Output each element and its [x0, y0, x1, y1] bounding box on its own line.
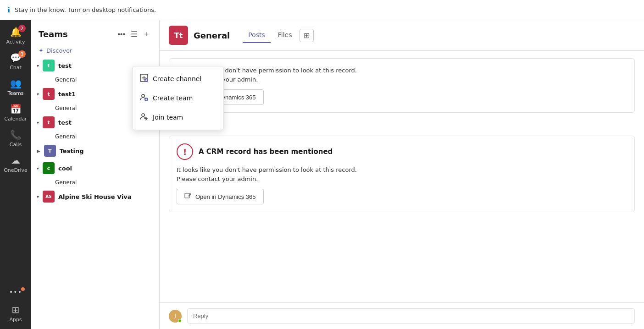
- crm-card-2-header: ! A CRM record has been mentioned: [177, 143, 627, 160]
- notification-bar: ℹ Stay in the know. Turn on desktop noti…: [0, 0, 644, 20]
- nav-item-teams[interactable]: 👥 Teams: [4, 75, 28, 99]
- crm-card-2: ! A CRM record has been mentioned It loo…: [169, 136, 635, 212]
- teams-label: Teams: [8, 90, 24, 96]
- reply-avatar: J: [169, 310, 182, 323]
- activity-badge: 2: [18, 25, 26, 32]
- tab-posts[interactable]: Posts: [243, 27, 271, 43]
- sidebar-title: Teams: [39, 29, 68, 39]
- join-team-icon: [140, 112, 148, 122]
- teams-icon: 👥: [10, 78, 22, 89]
- create-channel-label: Create channel: [153, 75, 201, 82]
- crm-card-2-text: It looks like you don't have permission …: [177, 165, 627, 183]
- nav-item-calendar[interactable]: 📅 Calendar: [4, 101, 28, 125]
- calls-label: Calls: [10, 142, 22, 148]
- channel-tabs: Posts Files ⊞: [243, 27, 313, 43]
- join-team-item[interactable]: Join team: [133, 108, 223, 127]
- crm-card-1-text: It looks like you don't have permission …: [177, 66, 627, 84]
- more-dot: [21, 287, 25, 291]
- filter-button[interactable]: ☰: [129, 28, 139, 40]
- channel-header: Tt General Posts Files ⊞: [160, 20, 644, 51]
- chevron-icon: ▶: [37, 148, 40, 154]
- calls-icon: 📞: [10, 129, 22, 140]
- nav-item-more[interactable]: •••: [4, 285, 28, 300]
- nav-rail: 🔔 2 Activity 💬 3 Chat 👥 Teams 📅 Calendar…: [0, 20, 31, 329]
- more-options-button[interactable]: •••: [116, 28, 127, 40]
- team-item-cool: ▾ c cool General: [31, 159, 159, 188]
- add-tab-button[interactable]: ⊞: [300, 29, 314, 42]
- svg-point-10: [142, 114, 144, 116]
- crm-alert-icon: !: [177, 143, 193, 160]
- calendar-icon: 📅: [10, 104, 22, 115]
- nav-item-onedrive[interactable]: ☁ OneDrive: [4, 152, 28, 176]
- create-team-item[interactable]: Create team: [133, 88, 223, 108]
- sidebar-header: Teams ••• ☰ ＋: [31, 20, 159, 44]
- team-item-testing: ▶ T Testing: [31, 142, 159, 159]
- team-item-alpine: ▾ AS Alpine Ski House Viva: [31, 188, 159, 205]
- join-team-label: Join team: [153, 114, 183, 121]
- channel-item-general3[interactable]: General: [31, 131, 159, 142]
- dynamics-btn-2[interactable]: Open in Dynamics 365: [177, 189, 264, 204]
- team-name-alpine: Alpine Ski House Viva: [58, 193, 154, 200]
- dropdown-menu: Create channel Create team: [132, 66, 224, 130]
- reply-input[interactable]: [187, 308, 635, 324]
- team-row-alpine[interactable]: ▾ AS Alpine Ski House Viva: [31, 188, 159, 205]
- nav-item-activity[interactable]: 🔔 2 Activity: [4, 24, 28, 48]
- team-avatar-alpine: AS: [43, 191, 55, 203]
- team-name-cool: cool: [58, 165, 154, 172]
- nav-item-calls[interactable]: 📞 Calls: [4, 126, 28, 150]
- chevron-icon: ▾: [37, 63, 39, 68]
- channel-name: General: [194, 31, 230, 40]
- discover-sparkle-icon: ✦: [39, 47, 44, 54]
- team-avatar-cool: c: [43, 162, 55, 174]
- apps-label: Apps: [9, 317, 22, 323]
- channel-item-general4[interactable]: General: [31, 177, 159, 188]
- apps-icon: ⊞: [12, 304, 20, 315]
- more-icon: •••: [9, 288, 22, 296]
- team-icon-large: Tt: [169, 26, 188, 45]
- chat-label: Chat: [10, 65, 22, 71]
- team-row-cool[interactable]: ▾ c cool: [31, 159, 159, 177]
- onedrive-icon: ☁: [11, 155, 20, 166]
- reply-avatar-initials: J: [174, 313, 176, 319]
- reply-area: J: [160, 302, 644, 329]
- main-content: Tt General Posts Files ⊞ It looks like y…: [160, 20, 644, 329]
- calendar-label: Calendar: [4, 116, 27, 122]
- team-avatar-test2: t: [43, 88, 55, 100]
- create-team-icon: [140, 93, 148, 103]
- team-row-testing[interactable]: ▶ T Testing: [31, 142, 159, 159]
- crm-card-1: It looks like you don't have permission …: [169, 58, 635, 113]
- svg-point-6: [142, 94, 144, 97]
- online-dot: [178, 319, 182, 323]
- nav-item-chat[interactable]: 💬 3 Chat: [4, 49, 28, 73]
- sidebar-header-actions: ••• ☰ ＋: [116, 27, 152, 41]
- posts-area: It looks like you don't have permission …: [160, 51, 644, 302]
- chevron-icon: ▾: [37, 166, 39, 171]
- teams-sidebar: Teams ••• ☰ ＋ ✦ Discover ▾ t test Genera…: [31, 20, 160, 329]
- discover-label: Discover: [46, 47, 72, 54]
- create-channel-item[interactable]: Create channel: [133, 69, 223, 88]
- new-team-button[interactable]: ＋: [141, 27, 152, 41]
- nav-item-apps[interactable]: ⊞ Apps: [4, 302, 28, 325]
- external-link-icon-2: [184, 193, 192, 200]
- tab-files[interactable]: Files: [272, 27, 298, 43]
- onedrive-label: OneDrive: [4, 167, 28, 173]
- chevron-icon: ▾: [37, 92, 39, 97]
- info-icon: ℹ: [7, 5, 10, 14]
- team-avatar-test1: t: [43, 60, 55, 71]
- chevron-icon: ▾: [37, 194, 39, 199]
- chevron-icon: ▾: [37, 120, 39, 125]
- dynamics-btn-2-label: Open in Dynamics 365: [195, 193, 256, 200]
- discover-row[interactable]: ✦ Discover: [31, 44, 159, 57]
- team-avatar-testing: T: [44, 145, 56, 157]
- chat-badge: 3: [18, 50, 26, 58]
- crm-card-2-title: A CRM record has been mentioned: [199, 148, 333, 156]
- team-name-testing: Testing: [60, 148, 154, 154]
- create-channel-icon: [140, 74, 148, 84]
- notification-text: Stay in the know. Turn on desktop notifi…: [15, 6, 156, 13]
- activity-label: Activity: [6, 39, 25, 45]
- updated-label: Updated: [169, 122, 635, 128]
- team-avatar-test3: t: [43, 116, 55, 128]
- create-team-label: Create team: [153, 94, 193, 102]
